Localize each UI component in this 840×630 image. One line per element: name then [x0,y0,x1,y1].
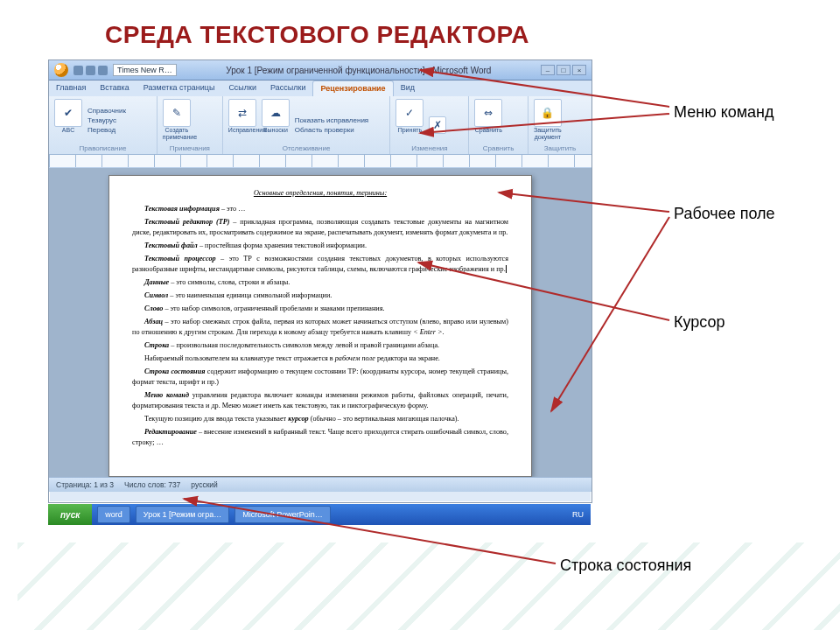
ribbon-item-label[interactable]: Тезаурус [88,116,126,124]
ribbon-item-label: Защитить документ [534,127,562,141]
ribbon-item-label: Принять [396,127,424,134]
accept-icon[interactable]: ✓ [396,99,424,127]
ribbon-group-compare: ⇔Сравнить Сравнить [469,96,528,154]
ribbon-tabs: Главная Вставка Разметка страницы Ссылки… [49,80,592,96]
track-changes-icon[interactable]: ⇄ [228,99,256,127]
ribbon-group-label: Сравнить [474,144,522,152]
doc-paragraph: Абзац – это набор смежных строк файла, п… [132,317,508,338]
ribbon-item-label[interactable]: Перевод [88,126,126,134]
ribbon-item-label[interactable]: Показать исправления [295,116,368,124]
taskbar-app[interactable]: Урок 1 [Режим огра… [136,506,229,523]
ruler[interactable] [49,155,592,168]
reject-icon[interactable]: ✗ [429,116,446,134]
doc-paragraph: Меню команд управления редактора включае… [132,390,508,411]
doc-paragraph: Редактирование – внесение изменений в на… [132,427,508,448]
status-bar[interactable]: Страница: 1 из 3 Число слов: 737 русский [49,477,592,492]
font-box[interactable]: Times New R… [113,64,177,76]
new-comment-icon[interactable]: ✎ [163,99,191,127]
ribbon-group-label: Правописание [54,144,151,152]
word-window: Times New R… Урок 1 [Режим ограниченной … [48,60,592,503]
doc-paragraph: Текстовый файл – простейшая форма хранен… [132,241,508,251]
ribbon-item-label: Выноски [262,127,290,134]
minimize-button[interactable]: – [541,65,555,75]
doc-paragraph: Символ – это наименьшая единица символьн… [132,290,508,301]
ribbon-item-label: Сравнить [474,127,502,134]
ribbon-group-label: Примечания [163,144,217,152]
doc-paragraph: Данные – это символы, слова, строки и аб… [132,277,508,288]
ribbon: ✔ ABC Справочник Тезаурус Перевод Правоп… [49,96,592,155]
taskbar-app[interactable]: Microsoft PowerPoin… [234,506,331,523]
ribbon-group-tracking: ⇄ Исправления ☁ Выноски Показать исправл… [223,96,391,154]
ribbon-group-changes: ✓Принять ✗ Изменения [390,96,469,154]
doc-paragraph: Текущую позицию для ввода текста указыва… [132,414,508,424]
status-lang: русский [191,480,218,489]
tab-mail[interactable]: Рассылки [263,80,312,96]
title-bar: Times New R… Урок 1 [Режим ограниченной … [49,60,592,80]
ribbon-group-label: Изменения [396,144,463,152]
ribbon-item-label: ABC [54,127,82,134]
ribbon-item-label[interactable]: Область проверки [295,126,368,134]
ribbon-group-label: Защитить [534,144,586,152]
quick-access-toolbar[interactable] [74,66,108,75]
window-title: Урок 1 [Режим ограниченной функционально… [182,66,536,75]
lock-icon[interactable]: 🔒 [534,99,562,127]
doc-paragraph: Строка – произвольная последовательность… [132,340,508,351]
tab-links[interactable]: Ссылки [221,80,263,96]
status-page: Страница: 1 из 3 [56,480,114,489]
tab-review[interactable]: Рецензирование [312,80,393,96]
maximize-button[interactable]: □ [556,65,570,75]
windows-taskbar: пуск word Урок 1 [Режим огра… Microsoft … [48,504,591,525]
ribbon-group-protect: 🔒Защитить документ Защитить [528,96,592,154]
doc-paragraph: Текстовый процессор – это ТР с возможнос… [132,254,508,275]
spellcheck-icon[interactable]: ✔ [54,99,82,127]
office-button-icon[interactable] [54,63,68,77]
compare-icon[interactable]: ⇔ [474,99,502,127]
balloons-icon[interactable]: ☁ [262,99,290,127]
taskbar-app[interactable]: word [97,506,130,523]
annotation-workarea: Рабочее поле [674,205,775,223]
doc-paragraph: Слово – это набор символов, ограниченный… [132,304,508,314]
ribbon-item-label[interactable]: Справочник [88,107,126,115]
ribbon-item-label: Исправления [228,127,256,134]
tab-insert[interactable]: Вставка [93,80,136,96]
doc-paragraph: Строка состояния содержит информацию о т… [132,367,508,388]
ribbon-item-label: Создать примечание [163,127,191,141]
annotation-statusbar: Строка состояния [560,556,691,575]
status-words: Число слов: 737 [124,480,180,489]
tab-layout[interactable]: Разметка страницы [136,80,222,96]
close-button[interactable]: × [572,65,586,75]
annotation-cursor: Курсор [674,313,725,332]
tab-view[interactable]: Вид [394,80,422,96]
tray-lang[interactable]: RU [565,510,591,519]
document-page[interactable]: Основные определения, понятия, термины: … [108,175,532,477]
slide-decoration [18,542,840,630]
ribbon-group-label: Отслеживание [228,144,385,152]
ribbon-group-proofing: ✔ ABC Справочник Тезаурус Перевод Правоп… [49,96,158,154]
slide-title: СРЕДА ТЕКСТОВОГО РЕДАКТОРА [105,21,529,49]
ribbon-group-comments: ✎ Создать примечание Примечания [158,96,223,154]
document-title: Основные определения, понятия, термины: [132,188,508,199]
doc-paragraph: Текстовый редактор (ТР) – прикладная про… [132,217,508,238]
text-cursor [506,265,507,273]
doc-paragraph: Набираемый пользователем на клавиатуре т… [132,354,508,364]
work-area[interactable]: Основные определения, понятия, термины: … [49,168,592,477]
start-button[interactable]: пуск [48,504,92,525]
annotation-menu: Меню команд [674,103,774,122]
doc-paragraph: Текстовая информация – это … [132,204,508,214]
tab-home[interactable]: Главная [49,80,93,96]
